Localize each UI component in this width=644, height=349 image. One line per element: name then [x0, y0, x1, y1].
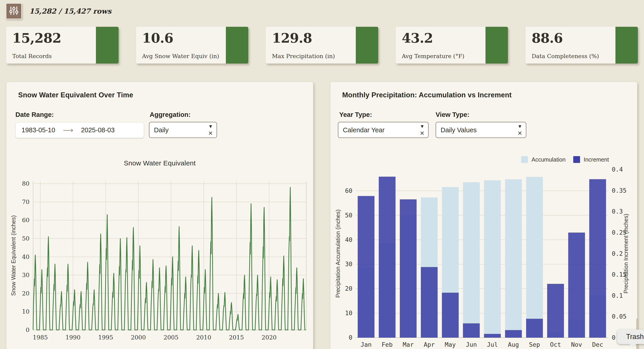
bar-accumulation-aug[interactable]	[505, 179, 522, 338]
x-tick-label: 1985	[33, 334, 48, 341]
stat-card-3: 129.8Max Precipitation (in)	[266, 27, 378, 64]
month-tick-label: Dec	[592, 341, 603, 348]
left-tick-label: 40	[345, 236, 352, 243]
month-tick-label: Nov	[571, 341, 582, 348]
date-range-input[interactable]: 1983-05-10 ⟶ 2025-08-03	[16, 122, 144, 138]
left-tick-label: 60	[345, 187, 352, 194]
precip-right-axis-title: Precipitation Increment (inches)	[623, 214, 629, 294]
dashboard-page: 15,282 / 15,427 rows 15,282Total Records…	[0, 0, 644, 349]
chevron-down-icon[interactable]: ▼	[208, 124, 213, 129]
view-type-value: Daily Values	[440, 126, 477, 134]
x-tick-label: 2020	[262, 334, 277, 341]
stat-card-label: Avg Temperature (°F)	[402, 53, 464, 60]
bar-increment-may[interactable]	[442, 293, 459, 338]
clear-icon[interactable]: ✕	[420, 130, 424, 137]
right-tick-label: 0.2	[612, 250, 623, 257]
clear-icon[interactable]: ✕	[518, 130, 522, 137]
left-tick-label: 10	[345, 309, 352, 316]
stat-card-value: 88.6	[532, 31, 562, 46]
legend-label: Accumulation	[532, 156, 566, 163]
aggregation-dropdown[interactable]: Daily ▼ ✕	[149, 122, 217, 138]
clear-icon[interactable]: ✕	[208, 130, 213, 137]
year-type-dropdown[interactable]: Calendar Year ▼ ✕	[338, 122, 428, 138]
stat-card-value: 10.6	[142, 31, 173, 46]
month-tick-label: Mar	[403, 341, 414, 348]
bar-increment-dec[interactable]	[589, 179, 606, 338]
trash-tooltip: Trash	[617, 329, 644, 344]
stat-card-4: 43.2Avg Temperature (°F)	[396, 27, 508, 64]
month-tick-label: Oct	[550, 341, 561, 348]
chevron-down-icon[interactable]: ▼	[518, 124, 522, 129]
swe-y-axis-title: Snow Water Equivalent (inches)	[10, 215, 16, 296]
swe-panel-title: Snow Water Equivalent Over Time	[18, 91, 133, 99]
stat-card-accent-stripe	[226, 27, 248, 64]
month-tick-label: Jun	[466, 341, 477, 348]
trash-tooltip-label: Trash	[626, 333, 644, 341]
stat-card-label: Total Records	[12, 53, 52, 60]
view-type-dropdown[interactable]: Daily Values ▼ ✕	[436, 122, 526, 138]
stat-card-value: 15,282	[12, 31, 61, 46]
right-tick-label: 0.3	[612, 208, 623, 215]
bar-accumulation-jun[interactable]	[463, 182, 480, 338]
aggregation-label: Aggregation:	[150, 111, 190, 118]
filter-button[interactable]	[6, 3, 22, 19]
precip-left-axis-title: Precipitation Accumulation (inches)	[335, 209, 341, 298]
stat-card-value: 129.8	[272, 31, 312, 46]
bar-increment-nov[interactable]	[568, 233, 585, 338]
right-tick-label: 0	[612, 334, 616, 341]
chevron-down-icon[interactable]: ▼	[420, 124, 424, 129]
stat-card-accent-stripe	[616, 27, 638, 64]
bar-increment-jul[interactable]	[484, 334, 501, 338]
legend-swatch-increment[interactable]	[573, 156, 580, 163]
date-range-label: Date Range:	[16, 111, 54, 118]
date-start-value[interactable]: 1983-05-10	[22, 126, 55, 134]
x-tick-label: 2015	[229, 334, 244, 341]
stat-card-accent-stripe	[486, 27, 508, 64]
bar-increment-mar[interactable]	[400, 199, 416, 338]
legend-label: Increment	[584, 156, 609, 163]
right-tick-label: 0.4	[612, 166, 623, 173]
stat-card-2: 10.6Avg Snow Water Equiv (in)	[136, 27, 248, 64]
x-tick-label: 2005	[164, 334, 178, 341]
aggregation-value: Daily	[154, 126, 168, 134]
left-tick-label: 20	[345, 285, 352, 292]
bar-accumulation-jul[interactable]	[484, 180, 501, 338]
y-tick-label: 50	[22, 235, 30, 242]
right-tick-label: 0.05	[612, 313, 626, 320]
bar-increment-jan[interactable]	[358, 196, 374, 338]
bar-increment-oct[interactable]	[547, 284, 564, 338]
top-bar: 15,282 / 15,427 rows	[6, 3, 111, 19]
stat-card-5: 88.6Data Completeness (%)	[526, 27, 638, 64]
date-range-arrow-icon: ⟶	[63, 126, 73, 135]
date-end-value[interactable]: 2025-08-03	[81, 126, 114, 134]
precip-panel: Monthly Precipitation: Accumulation vs I…	[330, 82, 638, 349]
bar-increment-apr[interactable]	[421, 267, 438, 338]
swe-panel: Snow Water Equivalent Over Time Date Ran…	[6, 82, 314, 349]
stat-card-accent-stripe	[356, 27, 378, 64]
stat-card-label: Max Precipitation (in)	[272, 53, 335, 60]
left-tick-label: 0	[349, 334, 352, 341]
stat-card-label: Data Completeness (%)	[532, 53, 599, 60]
legend-swatch-accumulation[interactable]	[521, 156, 528, 163]
sliders-icon	[9, 6, 18, 16]
x-tick-label: 1990	[66, 334, 80, 341]
month-tick-label: Sep	[529, 341, 540, 348]
swe-line-chart[interactable]: 0102030405060708019851990199520002005201…	[6, 168, 313, 349]
y-tick-label: 10	[22, 308, 30, 315]
x-tick-label: 2000	[131, 334, 146, 341]
bar-accumulation-sep[interactable]	[526, 177, 543, 338]
y-tick-label: 70	[22, 199, 30, 205]
month-tick-label: May	[445, 341, 456, 348]
bar-increment-jun[interactable]	[463, 323, 480, 338]
right-tick-label: 0.35	[612, 187, 626, 194]
bar-increment-feb[interactable]	[379, 177, 396, 338]
bar-increment-aug[interactable]	[505, 330, 522, 338]
year-type-value: Calendar Year	[343, 126, 384, 134]
bar-increment-sep[interactable]	[526, 319, 543, 338]
row-count-text: 15,282 / 15,427 rows	[29, 7, 111, 15]
precip-panel-title: Monthly Precipitation: Accumulation vs I…	[342, 91, 512, 99]
precip-bar-chart[interactable]: AccumulationIncrementJanFebMarAprMayJunJ…	[330, 150, 637, 349]
y-tick-label: 60	[22, 217, 30, 223]
stat-card-accent-stripe	[96, 27, 118, 64]
month-tick-label: Apr	[424, 341, 435, 348]
